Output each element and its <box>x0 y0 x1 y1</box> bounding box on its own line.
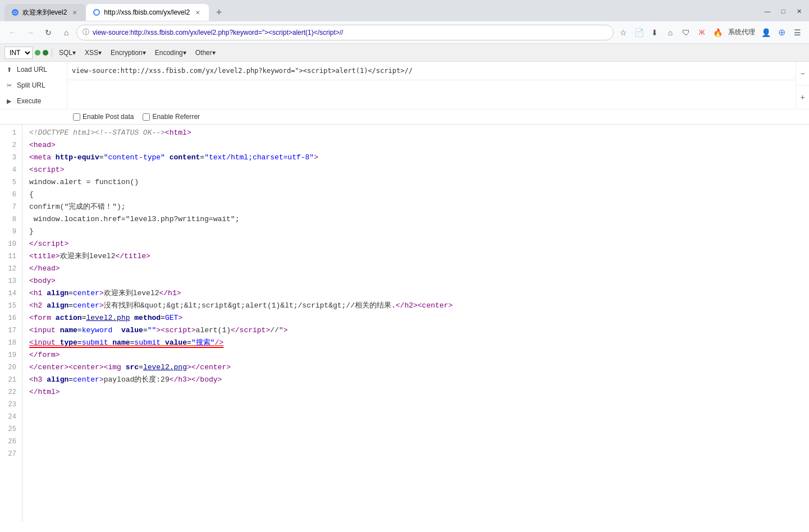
encryption-menu[interactable]: Encryption▾ <box>107 48 149 58</box>
line-number: 3 <box>6 152 16 164</box>
line-numbers: 1234567891011121314151617181920212223242… <box>0 125 22 522</box>
code-line: <head> <box>29 139 802 152</box>
code-line: </html> <box>29 386 802 398</box>
profile-btn[interactable]: 👤 <box>758 25 773 40</box>
line-number: 23 <box>6 398 16 411</box>
line-number: 16 <box>6 312 16 324</box>
load-url-label: Load URL <box>17 66 47 74</box>
download-btn[interactable]: ⬇ <box>647 25 662 40</box>
code-line: <h1 align=center>欢迎来到level2</h1> <box>29 287 802 300</box>
code-line: <title>欢迎来到level2</title> <box>29 250 802 263</box>
line-number: 17 <box>6 324 16 337</box>
forward-btn[interactable]: → <box>22 25 38 40</box>
code-line <box>29 448 802 460</box>
tab1-title: 欢迎来到level2 <box>22 8 67 17</box>
extra1-btn[interactable]: Ж <box>694 25 709 40</box>
line-number: 1 <box>6 127 16 139</box>
code-line: <meta http-equiv="content-type" content=… <box>29 152 802 164</box>
minimize-btn[interactable]: — <box>762 6 773 17</box>
url-side-controls: − + <box>796 62 809 109</box>
code-line <box>29 423 802 435</box>
code-line <box>29 411 802 423</box>
bookmark-star-btn[interactable]: ☆ <box>616 25 630 40</box>
line-number: 10 <box>6 238 16 250</box>
nav-bar: ← → ↻ ⌂ ⓘ view-source:http://xss.fbisb.c… <box>0 21 809 44</box>
code-line: <script> <box>29 164 802 176</box>
enable-referrer-label[interactable]: Enable Referrer <box>143 113 200 121</box>
split-url-icon: ✂ <box>4 81 13 90</box>
tab1-close-btn[interactable]: ✕ <box>70 8 79 17</box>
reload-btn[interactable]: ↻ <box>40 25 56 40</box>
green-dot-1 <box>35 50 40 56</box>
url-input-1[interactable] <box>67 62 796 80</box>
url-panel-actions: ⬆ Load URL ✂ Split URL ▶ Execute <box>0 62 67 109</box>
line-number: 12 <box>6 263 16 275</box>
address-text: view-source:http://xss.fbisb.com/yx/leve… <box>93 29 343 36</box>
other-menu[interactable]: Other▾ <box>192 48 219 58</box>
code-line: <!DOCTYPE html><!--STATUS OK--><html> <box>29 127 802 139</box>
svg-point-2 <box>94 10 99 15</box>
tab-2[interactable]: http://xss.fbisb.com/yx/level2 ✕ <box>86 4 209 21</box>
tab2-close-btn[interactable]: ✕ <box>193 8 202 17</box>
line-number: 13 <box>6 275 16 287</box>
url-input-2[interactable] <box>67 80 796 98</box>
reading-mode-btn[interactable]: 📄 <box>632 25 646 40</box>
window-controls: — □ ✕ <box>762 6 805 19</box>
int-select[interactable]: INT <box>4 47 33 59</box>
green-dot-2 <box>43 50 48 56</box>
new-tab-btn[interactable]: + <box>211 4 227 20</box>
tab2-title: http://xss.fbisb.com/yx/level2 <box>104 8 190 16</box>
code-line: </center><center><img src=level2.png></c… <box>29 361 802 374</box>
line-number: 11 <box>6 250 16 263</box>
line-number: 27 <box>6 448 16 460</box>
line-number: 2 <box>6 139 16 152</box>
execute-icon: ▶ <box>4 97 13 106</box>
sql-menu[interactable]: SQL▾ <box>56 48 79 58</box>
extra2-btn[interactable]: 🔥 <box>710 25 725 40</box>
split-url-label: Split URL <box>17 81 45 89</box>
split-url-btn[interactable]: ✂ Split URL <box>0 77 67 93</box>
info-icon: ⓘ <box>83 27 89 37</box>
enable-post-label[interactable]: Enable Post data <box>73 113 134 121</box>
checkbox-row: Enable Post data Enable Referrer <box>0 109 809 124</box>
code-content: <!DOCTYPE html><!--STATUS OK--><html><he… <box>22 125 809 522</box>
url-minus-btn[interactable]: − <box>796 62 809 86</box>
title-bar: O 欢迎来到level2 ✕ http://xss.fbisb.com/yx/l… <box>0 0 809 21</box>
url-plus-btn[interactable]: + <box>796 86 809 109</box>
maximize-btn[interactable]: □ <box>778 6 789 17</box>
extensions-btn[interactable]: ⊕ <box>774 25 789 40</box>
home-nav-btn[interactable]: ⌂ <box>663 25 678 40</box>
menu-btn[interactable]: ☰ <box>790 25 805 40</box>
code-line: { <box>29 189 802 201</box>
svg-text:O: O <box>13 10 17 15</box>
url-panel-row: ⬆ Load URL ✂ Split URL ▶ Execute − <box>0 62 809 109</box>
home-btn[interactable]: ⌂ <box>58 25 74 40</box>
pocket-btn[interactable]: 🛡 <box>679 25 693 40</box>
address-bar[interactable]: ⓘ view-source:http://xss.fbisb.com/yx/le… <box>76 25 614 40</box>
code-line: </head> <box>29 263 802 275</box>
nav-actions: ☆ 📄 ⬇ ⌂ 🛡 Ж 🔥 系统代理 👤 ⊕ ☰ <box>616 25 805 40</box>
toolbar-sep <box>52 48 52 57</box>
line-number: 18 <box>6 337 16 349</box>
code-line: window.alert = function() <box>29 176 802 189</box>
enable-post-checkbox[interactable] <box>73 113 80 121</box>
line-number: 26 <box>6 435 16 448</box>
code-line <box>29 435 802 448</box>
url-input-area <box>67 62 796 109</box>
code-line: window.location.href="level3.php?writing… <box>29 213 802 226</box>
load-url-btn[interactable]: ⬆ Load URL <box>0 62 67 77</box>
line-number: 19 <box>6 349 16 361</box>
encoding-menu[interactable]: Encoding▾ <box>152 48 190 58</box>
close-btn[interactable]: ✕ <box>793 6 805 17</box>
execute-btn[interactable]: ▶ Execute <box>0 93 67 109</box>
tab-1[interactable]: O 欢迎来到level2 ✕ <box>4 4 86 21</box>
line-number: 24 <box>6 411 16 423</box>
code-line <box>29 398 802 411</box>
source-view: 1234567891011121314151617181920212223242… <box>0 125 809 522</box>
load-url-icon: ⬆ <box>4 65 13 74</box>
code-line: <input type=submit name=submit value="搜索… <box>29 337 802 349</box>
xss-menu[interactable]: XSS▾ <box>81 48 105 58</box>
back-btn[interactable]: ← <box>4 25 20 40</box>
enable-referrer-checkbox[interactable] <box>143 113 150 121</box>
line-number: 8 <box>6 213 16 226</box>
